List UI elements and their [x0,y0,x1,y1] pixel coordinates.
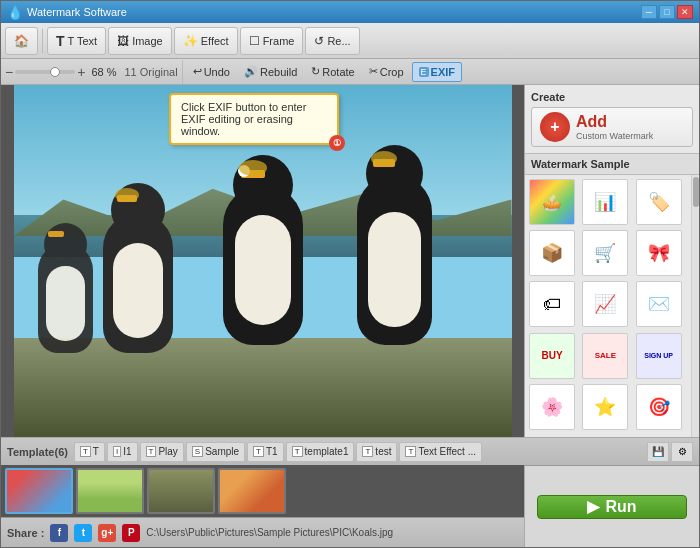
rotate-icon: ↻ [311,65,320,78]
template-save-group: 💾 ⚙ [647,442,693,462]
undo-button[interactable]: ↩ Undo [187,62,236,82]
wm-item[interactable]: 🎀 [636,230,682,276]
crop-button[interactable]: ✂ Crop [363,62,410,82]
template-item[interactable]: T template1 [286,442,355,462]
template-item[interactable]: S Sample [186,442,245,462]
rotate-label: Rotate [322,66,354,78]
rebuild-button[interactable]: ↺ Re... [305,27,359,55]
zoom-plus-icon[interactable]: + [77,64,85,80]
image-label: Image [132,35,163,47]
watermark-sample-label: Watermark Sample [525,154,699,175]
wm-item[interactable]: 🥧 [529,179,575,225]
tooltip-box: Click EXIF button to enter EXIF editing … [169,93,339,145]
template-name: Play [158,446,177,457]
facebook-button[interactable]: f [50,524,68,542]
image-button[interactable]: 🖼 Image [108,27,172,55]
text-icon: T [56,33,65,49]
home-icon: 🏠 [14,34,29,48]
watermark-grid: 🥧 📊 🏷️ 📦 🛒 [525,175,691,437]
t-icon: S [192,446,203,457]
template-item[interactable]: T Play [140,442,184,462]
t-icon: T [362,446,373,457]
rebuild-sec-button[interactable]: 🔊 Rebuild [238,62,303,82]
template-item[interactable]: T Text Effect ... [399,442,482,462]
zoom-minus-icon[interactable]: − [5,64,13,80]
penguin-left [103,183,173,353]
add-sub-label: Custom Watermark [576,131,653,141]
template-item[interactable]: T T1 [247,442,284,462]
template-name: T [93,446,99,457]
wm-item[interactable]: ⭐ [582,384,628,430]
wm-item[interactable]: 📦 [529,230,575,276]
zoom-original: 11 Original [124,66,177,78]
exif-button[interactable]: E EXIF [412,62,462,82]
scroll-thumb[interactable] [693,177,699,207]
wm-item[interactable]: ✉️ [636,281,682,327]
secondary-toolbar: − + 68 % 11 Original ↩ Undo 🔊 Rebuild ↻ … [1,59,699,85]
wm-item[interactable]: SIGN UP [636,333,682,379]
effect-button[interactable]: ✨ Effect [174,27,238,55]
penguin-right [357,145,432,345]
bottom-bar: Share : f t g+ P C:\Users\Public\Picture… [1,517,524,547]
thumb-content [7,470,71,512]
wm-item[interactable]: 📊 [582,179,628,225]
run-label: Run [605,498,636,516]
app-icon: 💧 [7,5,23,20]
googleplus-button[interactable]: g+ [98,524,116,542]
thumb-item[interactable] [76,468,144,514]
thumb-item[interactable] [5,468,73,514]
template-label: Template(6) [7,446,68,458]
effect-label: Effect [201,35,229,47]
rebuild-icon: ↺ [314,34,324,48]
watermark-grid-container: 🥧 📊 🏷️ 📦 🛒 [525,175,699,437]
t-icon: T [253,446,264,457]
template-item[interactable]: T test [356,442,397,462]
pinterest-button[interactable]: P [122,524,140,542]
content-area: Click EXIF button to enter EXIF editing … [1,85,699,437]
template-name: test [375,446,391,457]
run-button[interactable]: ▶ Run [537,495,687,519]
tooltip-circle: ① [329,135,345,151]
thumb-item[interactable] [218,468,286,514]
wm-item[interactable]: SALE [582,333,628,379]
wm-item[interactable]: 🌸 [529,384,575,430]
text-label: T Text [68,35,98,47]
template-settings-button[interactable]: ⚙ [671,442,693,462]
thumb-strip [1,465,524,517]
text-button[interactable]: T T Text [47,27,106,55]
pfl-head [44,223,87,266]
wm-item[interactable]: 🛒 [582,230,628,276]
wm-item[interactable]: 🏷️ [636,179,682,225]
canvas-area: Click EXIF button to enter EXIF editing … [1,85,524,437]
tooltip-text: Click EXIF button to enter EXIF editing … [181,101,306,137]
thumb-item[interactable] [147,468,215,514]
sep1 [42,29,43,53]
home-button[interactable]: 🏠 [5,27,38,55]
close-button[interactable]: ✕ [677,5,693,19]
exif-label: EXIF [431,66,455,78]
save-template-button[interactable]: 💾 [647,442,669,462]
add-watermark-button[interactable]: + Add Custom Watermark [531,107,693,147]
wm-item[interactable]: BUY [529,333,575,379]
wm-item[interactable]: 🎯 [636,384,682,430]
sep2 [182,60,183,84]
frame-button[interactable]: ☐ Frame [240,27,304,55]
template-name: Text Effect ... [418,446,476,457]
share-label: Share : [7,527,44,539]
rebuild-label: Re... [327,35,350,47]
maximize-button[interactable]: □ [659,5,675,19]
rotate-button[interactable]: ↻ Rotate [305,62,360,82]
main-toolbar: 🏠 T T Text 🖼 Image ✨ Effect ☐ Frame ↺ Re… [1,23,699,59]
wm-item[interactable]: 🏷 [529,281,575,327]
template-item[interactable]: T T [74,442,105,462]
zoom-slider[interactable] [15,70,75,74]
wm-item[interactable]: 📈 [582,281,628,327]
twitter-button[interactable]: t [74,524,92,542]
template-item[interactable]: I I1 [107,442,138,462]
zoom-handle[interactable] [50,67,60,77]
scrollbar[interactable] [691,175,699,437]
pr-belly [368,212,421,327]
pfl-beak [48,231,64,237]
create-label: Create [531,91,693,103]
minimize-button[interactable]: ─ [641,5,657,19]
